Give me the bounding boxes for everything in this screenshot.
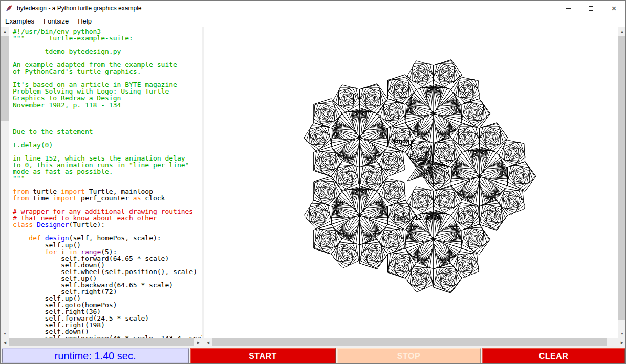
menu-bar: Examples Fontsize Help — [1, 16, 625, 27]
code-area[interactable]: #!/usr/bin/env python3""" turtle-example… — [9, 27, 202, 338]
code-line: """ — [13, 175, 202, 181]
hscroll-row: ◀ ▶ ◀ ▶ — [1, 338, 626, 347]
scroll-down-icon[interactable]: ▼ — [1, 329, 9, 338]
menu-help[interactable]: Help — [73, 16, 96, 26]
runtime-label: runtime: 1.40 sec. — [2, 348, 189, 363]
app-window: bytedesign - a Python turtle graphics ex… — [0, 0, 626, 364]
minimize-button[interactable] — [556, 1, 579, 16]
minimize-icon — [566, 8, 571, 9]
turtle-canvas[interactable] — [204, 27, 618, 338]
code-line: from time import perf_counter as clock — [13, 195, 202, 201]
canvas-vscroll-thumb[interactable] — [618, 36, 626, 320]
code-hscrollbar[interactable]: ◀ ▶ — [1, 338, 203, 347]
close-icon: × — [612, 4, 617, 13]
menu-examples[interactable]: Examples — [1, 16, 39, 26]
start-button[interactable]: START — [190, 348, 336, 364]
code-line: mode as fast as possible. — [13, 168, 202, 175]
code-vscrollbar[interactable]: ▲ ▼ — [1, 27, 9, 338]
canvas-vscrollbar[interactable]: ▲ ▼ — [618, 27, 626, 338]
scroll-up-icon[interactable]: ▲ — [618, 27, 626, 36]
code-vscroll-thumb[interactable] — [1, 36, 9, 121]
code-line: """ turtle-example-suite: — [13, 35, 202, 41]
scroll-down-icon[interactable]: ▼ — [618, 329, 626, 338]
code-line: of PythonCard's turtle graphics. — [13, 68, 202, 75]
canvas-hscroll-thumb[interactable] — [212, 338, 607, 346]
code-line: tdemo_bytedesign.py — [13, 48, 202, 55]
stop-button[interactable]: STOP — [337, 348, 481, 364]
code-line: Due to the statement — [13, 128, 202, 135]
canvas-hscrollbar[interactable]: ◀ ▶ — [204, 338, 626, 347]
scroll-up-icon[interactable]: ▲ — [1, 27, 9, 36]
app-icon — [5, 4, 13, 12]
status-bar: runtime: 1.40 sec. START STOP CLEAR — [1, 347, 626, 364]
main-area: ▲ ▼ #!/usr/bin/env python3""" turtle-exa… — [1, 27, 626, 338]
maximize-icon — [589, 6, 593, 11]
code-line: ----------------------------------------… — [13, 115, 202, 122]
menu-fontsize[interactable]: Fontsize — [39, 16, 73, 26]
code-line: class Designer(Turtle): — [13, 221, 202, 228]
canvas-panel — [204, 27, 618, 338]
title-bar: bytedesign - a Python turtle graphics ex… — [1, 1, 625, 16]
window-controls: × — [556, 1, 625, 16]
clear-button[interactable]: CLEAR — [482, 348, 625, 364]
code-hscroll-thumb[interactable] — [9, 338, 194, 346]
window-title: bytedesign - a Python turtle graphics ex… — [17, 5, 141, 12]
maximize-button[interactable] — [579, 1, 602, 16]
scroll-right-icon[interactable]: ▶ — [618, 338, 626, 347]
close-button[interactable]: × — [602, 1, 625, 16]
code-line: November 1982, p. 118 - 134 — [13, 102, 202, 108]
scroll-left-icon[interactable]: ◀ — [1, 338, 9, 347]
code-line: t.delay(0) — [13, 142, 202, 148]
scroll-right-icon[interactable]: ▶ — [194, 338, 203, 347]
scroll-left-icon[interactable]: ◀ — [204, 338, 212, 347]
